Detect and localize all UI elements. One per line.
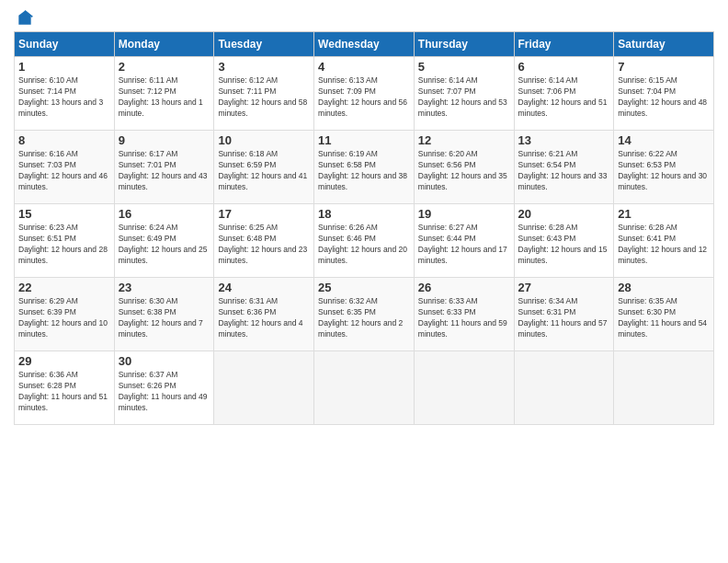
calendar-cell: 25Sunrise: 6:32 AMSunset: 6:35 PMDayligh…: [314, 278, 415, 351]
calendar-cell: 3Sunrise: 6:12 AMSunset: 7:11 PMDaylight…: [214, 57, 314, 131]
calendar-cell: 16Sunrise: 6:24 AMSunset: 6:49 PMDayligh…: [114, 204, 214, 278]
day-number: 14: [618, 133, 710, 147]
calendar-cell: 17Sunrise: 6:25 AMSunset: 6:48 PMDayligh…: [214, 204, 314, 278]
calendar-cell: 7Sunrise: 6:15 AMSunset: 7:04 PMDaylight…: [614, 57, 714, 131]
day-number: 22: [18, 281, 110, 294]
calendar-cell: 11Sunrise: 6:19 AMSunset: 6:58 PMDayligh…: [314, 131, 415, 204]
calendar-week-5: 29Sunrise: 6:36 AMSunset: 6:28 PMDayligh…: [15, 351, 714, 425]
day-info: Sunrise: 6:28 AMSunset: 6:41 PMDaylight:…: [618, 223, 710, 267]
header-monday: Monday: [114, 32, 214, 57]
day-number: 10: [218, 133, 310, 147]
calendar-cell: 8Sunrise: 6:16 AMSunset: 7:03 PMDaylight…: [15, 131, 115, 204]
calendar-cell: 19Sunrise: 6:27 AMSunset: 6:44 PMDayligh…: [414, 204, 514, 278]
day-info: Sunrise: 6:12 AMSunset: 7:11 PMDaylight:…: [218, 75, 310, 120]
day-number: 3: [218, 60, 310, 74]
day-info: Sunrise: 6:33 AMSunset: 6:33 PMDaylight:…: [418, 296, 510, 340]
day-info: Sunrise: 6:23 AMSunset: 6:51 PMDaylight:…: [18, 223, 110, 267]
calendar-cell: 27Sunrise: 6:34 AMSunset: 6:31 PMDayligh…: [514, 278, 614, 351]
day-number: 2: [119, 60, 210, 74]
day-number: 26: [418, 281, 510, 294]
calendar-cell: 22Sunrise: 6:29 AMSunset: 6:39 PMDayligh…: [15, 278, 115, 351]
day-number: 13: [518, 133, 610, 147]
calendar-cell: 21Sunrise: 6:28 AMSunset: 6:41 PMDayligh…: [614, 204, 714, 278]
calendar-cell: 6Sunrise: 6:14 AMSunset: 7:06 PMDaylight…: [514, 57, 614, 131]
calendar-cell: [214, 351, 314, 425]
day-number: 7: [618, 60, 710, 74]
calendar-cell: 23Sunrise: 6:30 AMSunset: 6:38 PMDayligh…: [114, 278, 214, 351]
logo: [14, 9, 34, 24]
day-info: Sunrise: 6:10 AMSunset: 7:14 PMDaylight:…: [18, 75, 110, 120]
calendar-week-4: 22Sunrise: 6:29 AMSunset: 6:39 PMDayligh…: [15, 278, 714, 351]
header-saturday: Saturday: [614, 32, 714, 57]
calendar-cell: 26Sunrise: 6:33 AMSunset: 6:33 PMDayligh…: [414, 278, 514, 351]
calendar-cell: 2Sunrise: 6:11 AMSunset: 7:12 PMDaylight…: [114, 57, 214, 131]
day-info: Sunrise: 6:13 AMSunset: 7:09 PMDaylight:…: [318, 75, 410, 120]
calendar-cell: 4Sunrise: 6:13 AMSunset: 7:09 PMDaylight…: [314, 57, 415, 131]
logo-icon: [16, 9, 34, 28]
day-number: 9: [119, 133, 210, 147]
day-number: 25: [318, 281, 410, 294]
page-header: [14, 9, 714, 24]
calendar-cell: 1Sunrise: 6:10 AMSunset: 7:14 PMDaylight…: [15, 57, 115, 131]
day-number: 1: [18, 60, 110, 74]
calendar-cell: 30Sunrise: 6:37 AMSunset: 6:26 PMDayligh…: [114, 351, 214, 425]
day-info: Sunrise: 6:11 AMSunset: 7:12 PMDaylight:…: [119, 75, 210, 120]
day-info: Sunrise: 6:32 AMSunset: 6:35 PMDaylight:…: [318, 296, 410, 340]
calendar-cell: 12Sunrise: 6:20 AMSunset: 6:56 PMDayligh…: [414, 131, 514, 204]
calendar-week-2: 8Sunrise: 6:16 AMSunset: 7:03 PMDaylight…: [15, 131, 714, 204]
calendar-cell: 14Sunrise: 6:22 AMSunset: 6:53 PMDayligh…: [614, 131, 714, 204]
calendar-table: SundayMondayTuesdayWednesdayThursdayFrid…: [14, 31, 714, 425]
day-info: Sunrise: 6:26 AMSunset: 6:46 PMDaylight:…: [318, 223, 410, 267]
calendar-cell: 20Sunrise: 6:28 AMSunset: 6:43 PMDayligh…: [514, 204, 614, 278]
header-friday: Friday: [514, 32, 614, 57]
header-sunday: Sunday: [15, 32, 115, 57]
day-info: Sunrise: 6:27 AMSunset: 6:44 PMDaylight:…: [418, 223, 510, 267]
day-number: 27: [518, 281, 610, 294]
day-info: Sunrise: 6:36 AMSunset: 6:28 PMDaylight:…: [18, 370, 110, 414]
day-info: Sunrise: 6:37 AMSunset: 6:26 PMDaylight:…: [119, 370, 210, 414]
header-wednesday: Wednesday: [314, 32, 415, 57]
calendar-cell: 13Sunrise: 6:21 AMSunset: 6:54 PMDayligh…: [514, 131, 614, 204]
calendar-week-3: 15Sunrise: 6:23 AMSunset: 6:51 PMDayligh…: [15, 204, 714, 278]
day-info: Sunrise: 6:16 AMSunset: 7:03 PMDaylight:…: [18, 149, 110, 193]
calendar-cell: [314, 351, 415, 425]
day-info: Sunrise: 6:35 AMSunset: 6:30 PMDaylight:…: [618, 296, 710, 340]
header-thursday: Thursday: [414, 32, 514, 57]
page-container: SundayMondayTuesdayWednesdayThursdayFrid…: [0, 0, 728, 434]
day-number: 12: [418, 133, 510, 147]
calendar-cell: 10Sunrise: 6:18 AMSunset: 6:59 PMDayligh…: [214, 131, 314, 204]
day-number: 28: [618, 281, 710, 294]
day-info: Sunrise: 6:28 AMSunset: 6:43 PMDaylight:…: [518, 223, 610, 267]
day-info: Sunrise: 6:19 AMSunset: 6:58 PMDaylight:…: [318, 149, 410, 193]
calendar-header-row: SundayMondayTuesdayWednesdayThursdayFrid…: [15, 32, 714, 57]
day-number: 29: [18, 354, 110, 368]
day-number: 6: [518, 60, 610, 74]
day-number: 15: [18, 207, 110, 221]
day-number: 21: [618, 207, 710, 221]
day-info: Sunrise: 6:14 AMSunset: 7:07 PMDaylight:…: [418, 75, 510, 120]
day-number: 24: [218, 281, 310, 294]
calendar-cell: 18Sunrise: 6:26 AMSunset: 6:46 PMDayligh…: [314, 204, 415, 278]
day-info: Sunrise: 6:14 AMSunset: 7:06 PMDaylight:…: [518, 75, 610, 120]
day-number: 8: [18, 133, 110, 147]
calendar-cell: 28Sunrise: 6:35 AMSunset: 6:30 PMDayligh…: [614, 278, 714, 351]
day-number: 11: [318, 133, 410, 147]
header-tuesday: Tuesday: [214, 32, 314, 57]
day-info: Sunrise: 6:20 AMSunset: 6:56 PMDaylight:…: [418, 149, 510, 193]
day-number: 17: [218, 207, 310, 221]
day-number: 16: [119, 207, 210, 221]
day-info: Sunrise: 6:25 AMSunset: 6:48 PMDaylight:…: [218, 223, 310, 267]
calendar-cell: [514, 351, 614, 425]
day-info: Sunrise: 6:24 AMSunset: 6:49 PMDaylight:…: [119, 223, 210, 267]
day-info: Sunrise: 6:31 AMSunset: 6:36 PMDaylight:…: [218, 296, 310, 340]
calendar-cell: 15Sunrise: 6:23 AMSunset: 6:51 PMDayligh…: [15, 204, 115, 278]
day-info: Sunrise: 6:17 AMSunset: 7:01 PMDaylight:…: [119, 149, 210, 193]
day-number: 5: [418, 60, 510, 74]
day-info: Sunrise: 6:29 AMSunset: 6:39 PMDaylight:…: [18, 296, 110, 340]
calendar-cell: [414, 351, 514, 425]
day-info: Sunrise: 6:18 AMSunset: 6:59 PMDaylight:…: [218, 149, 310, 193]
day-number: 23: [119, 281, 210, 294]
day-number: 30: [119, 354, 210, 368]
day-number: 20: [518, 207, 610, 221]
calendar-cell: 9Sunrise: 6:17 AMSunset: 7:01 PMDaylight…: [114, 131, 214, 204]
